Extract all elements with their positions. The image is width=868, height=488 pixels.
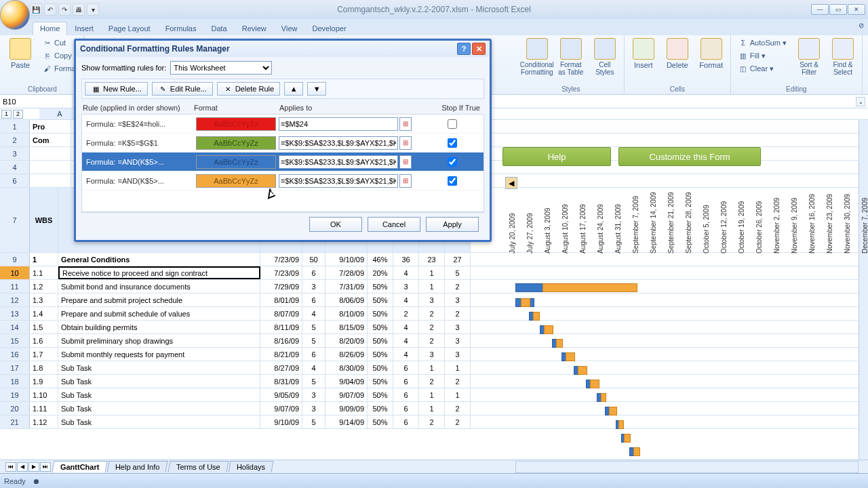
cell[interactable]: 1.9 [30,375,58,388]
qat-more-icon[interactable]: ▾ [87,3,99,16]
sort-filter-button[interactable]: Sort & Filter [794,37,824,76]
row-header[interactable]: 12 [0,293,30,306]
dialog-close-button[interactable]: ✕ [472,43,486,55]
cell[interactable]: 1 [30,253,58,266]
cell[interactable]: 3 [302,388,326,401]
cell[interactable]: 7/31/09 [326,280,368,293]
applies-to-input[interactable] [279,136,398,150]
cell[interactable]: 50% [368,415,393,428]
cancel-button[interactable]: Cancel [368,217,420,232]
cell[interactable]: 1 [419,402,445,415]
ribbon-tab-formulas[interactable]: Formulas [158,22,204,35]
cell[interactable]: Sub Task [58,415,260,428]
cell[interactable]: 1 [419,388,445,401]
applies-to-input[interactable] [279,174,398,188]
cell[interactable]: 5 [302,334,326,347]
cell[interactable]: 3 [419,293,445,306]
row-header[interactable]: 17 [0,361,30,374]
cell[interactable]: 1.6 [30,334,58,347]
tab-nav-first[interactable]: ⏮ [5,462,16,472]
row-header[interactable]: 7 [0,188,30,252]
applies-to-input[interactable] [279,155,398,169]
cell[interactable]: 1 [419,280,445,293]
cell[interactable]: 50% [368,402,393,415]
cell[interactable]: Receive notice to proceed and sign contr… [58,266,260,279]
cell[interactable]: 8/07/09 [260,307,302,320]
cell[interactable]: 9/07/09 [326,388,368,401]
cell[interactable]: 36 [393,253,419,266]
cell[interactable]: 6 [302,266,326,279]
cell[interactable]: WBS [30,188,58,252]
rule-row[interactable]: Formula: =AND(K$5>...AaBbCcYyZz⊞ [82,152,484,171]
row-header[interactable]: 18 [0,375,30,388]
cell[interactable]: 46% [368,253,393,266]
clear-button[interactable]: ◫Clear ▾ [735,62,790,75]
cell[interactable]: 9/10/09 [260,415,302,428]
cell[interactable]: Com [30,134,71,146]
cell[interactable]: 1.2 [30,280,58,293]
cell[interactable] [30,161,71,174]
cell[interactable]: 2 [445,307,471,320]
row-header[interactable]: 19 [0,388,30,401]
cell[interactable]: Sub Task [58,361,260,374]
cell[interactable]: 8/26/09 [326,348,368,361]
ribbon-tab-developer[interactable]: Developer [304,22,353,35]
cell[interactable]: Prepare and submit project schedule [58,293,260,306]
ribbon-tab-insert[interactable]: Insert [67,22,101,35]
cell[interactable]: 1.10 [30,388,58,401]
cell[interactable]: 4 [393,266,419,279]
formula-bar-expand-icon[interactable]: ⌄ [856,97,865,106]
cell[interactable]: 50% [368,348,393,361]
cell[interactable]: 1 [445,388,471,401]
tab-nav-last[interactable]: ⏭ [40,462,51,472]
rule-row[interactable]: Formula: =K$5=$G$1AaBbCcYyZz⊞ [82,134,484,152]
cell[interactable]: 7/29/09 [260,280,302,293]
cell[interactable]: Pro [30,120,71,133]
row-header[interactable]: 13 [0,307,30,320]
cell[interactable]: 3 [419,348,445,361]
cell[interactable]: 3 [445,293,471,306]
dialog-help-button[interactable]: ? [457,43,471,55]
cell[interactable]: 5 [445,266,471,279]
delete-button[interactable]: Delete [663,37,692,69]
cell[interactable]: 1.5 [30,321,58,333]
cell[interactable]: 4 [393,321,419,333]
row-header[interactable]: 1 [0,120,30,133]
cell[interactable]: 3 [302,280,326,293]
range-picker-button[interactable]: ⊞ [399,155,412,169]
cell[interactable]: 3 [445,321,471,333]
cell[interactable]: 1.8 [30,361,58,374]
cell[interactable]: 1 [419,361,445,374]
print-icon[interactable]: 🖶 [73,3,85,16]
fill-button[interactable]: ▥Fill ▾ [735,49,790,62]
row-header[interactable]: 4 [0,161,30,174]
cell[interactable] [30,147,71,160]
row-header[interactable]: 9 [0,253,30,266]
applies-to-input[interactable] [279,117,398,131]
cell[interactable]: 3 [445,348,471,361]
cell[interactable]: 50% [368,293,393,306]
cell[interactable]: 6 [393,375,419,388]
cell[interactable]: 3 [393,280,419,293]
ribbon-minimize-icon[interactable]: ⊘ [859,22,864,29]
rule-row[interactable]: Formula: =AND(K$5>...AaBbCcYyZz⊞ [82,171,484,190]
cell[interactable]: 4 [393,334,419,347]
copy-button[interactable]: ⎘Copy [39,49,79,62]
undo-icon[interactable]: ↶ [44,3,56,16]
cell[interactable]: 8/27/09 [260,361,302,374]
cell[interactable]: 8/01/09 [260,293,302,306]
format-as-table-button[interactable]: Format as Table [556,37,586,76]
tab-nav-prev[interactable]: ◀ [17,462,28,472]
cell[interactable]: 1 [419,266,445,279]
cell[interactable]: Sub Task [58,402,260,415]
cell[interactable]: 8/15/09 [326,321,368,333]
find-select-button[interactable]: Find & Select [828,37,858,76]
cell[interactable]: 4 [302,307,326,320]
sheet-tab-help-and-info[interactable]: Help and Info [107,461,168,472]
cell[interactable]: Obtain building permits [58,321,260,333]
cell[interactable]: 2 [393,307,419,320]
autosum-button[interactable]: ΣAutoSum ▾ [735,37,790,49]
cell[interactable]: Submit monthly requests for payment [58,348,260,361]
cell[interactable]: 9/05/09 [260,388,302,401]
cell[interactable]: Prepare and submit schedule of values [58,307,260,320]
